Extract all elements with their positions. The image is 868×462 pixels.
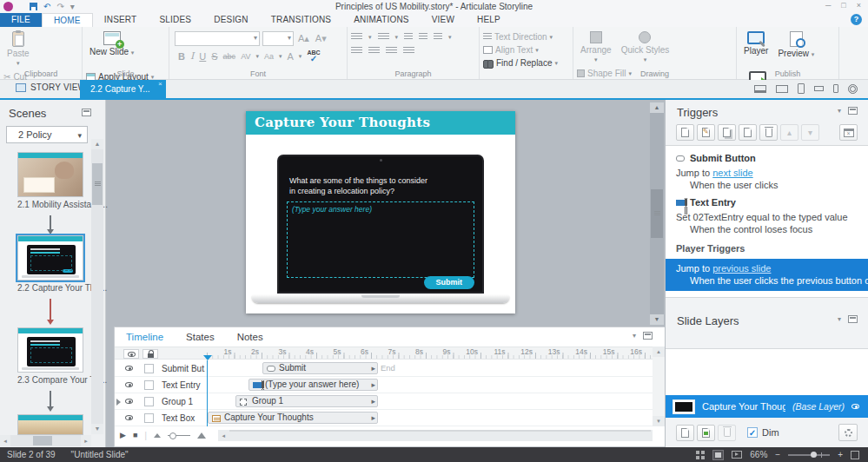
help-icon[interactable]: ? xyxy=(851,14,862,25)
player-button[interactable]: Player xyxy=(740,30,772,69)
tab-help[interactable]: HELP xyxy=(466,13,512,27)
scroll-down-icon[interactable]: ▼ xyxy=(650,314,664,325)
tab-transitions[interactable]: TRANSITIONS xyxy=(260,13,342,27)
tab-animations[interactable]: ANIMATIONS xyxy=(342,13,420,27)
lock-checkbox[interactable] xyxy=(144,413,154,423)
align-justify-icon[interactable] xyxy=(403,47,414,55)
text-direction-button[interactable]: Text Direction▾ xyxy=(483,32,558,42)
next-slide-link[interactable]: next slide xyxy=(712,168,752,178)
eye-icon[interactable] xyxy=(125,399,133,404)
zoom-out-icon[interactable]: − xyxy=(775,450,780,459)
close-tab-icon[interactable]: × xyxy=(158,81,162,88)
zoom-in-timeline-icon[interactable] xyxy=(197,432,206,439)
eye-icon[interactable] xyxy=(125,382,133,387)
copy-trigger-button[interactable] xyxy=(718,124,736,141)
player-trigger-selected[interactable]: Jump to previous slide When the user cli… xyxy=(666,259,868,291)
slide-canvas[interactable]: Capture Your Thoughts What are some of t… xyxy=(106,100,665,327)
delete-layer-button[interactable] xyxy=(718,425,736,441)
scenes-collapse-icon[interactable] xyxy=(82,109,91,116)
tab-timeline[interactable]: Timeline xyxy=(126,332,163,346)
maximize-button[interactable]: □ xyxy=(841,1,845,10)
font-size-select[interactable] xyxy=(262,31,294,46)
grow-font-button[interactable]: A▴ xyxy=(296,33,311,44)
timeline-ruler[interactable]: 1s2s3s4s5s6s7s8s9s10s11s12s13s14s15s16s xyxy=(207,347,653,359)
underline-button[interactable]: U xyxy=(199,51,206,62)
find-replace-button[interactable]: Find / Replace▾ xyxy=(483,58,558,68)
change-case-button[interactable]: Aa xyxy=(264,52,274,61)
shrink-font-button[interactable]: A▾ xyxy=(314,33,328,44)
timeline-row-text-box[interactable]: Text Box Capture Your Thoughts xyxy=(115,410,653,426)
tablet-portrait-preview-icon[interactable] xyxy=(798,83,805,94)
timeline-bar-text-entry[interactable]: (Type your answer here) xyxy=(248,379,378,391)
show-all-eye-icon[interactable] xyxy=(123,349,139,359)
delete-trigger-button[interactable] xyxy=(759,124,778,141)
align-left-icon[interactable] xyxy=(351,47,362,55)
lock-checkbox[interactable] xyxy=(144,397,154,406)
trigger-object-submit-button[interactable]: Submit Button xyxy=(666,146,868,165)
new-slide-button[interactable]: New Slide ▾ xyxy=(86,30,137,69)
slide-view-toggle-icon[interactable] xyxy=(712,450,724,460)
timeline-bar-submit[interactable]: Submit xyxy=(262,362,378,374)
trigger-action[interactable]: Set 02TextEntry equal to the typed value xyxy=(666,209,868,222)
base-layer-row[interactable]: Capture Your Thoughts (Base Layer) xyxy=(666,395,868,418)
timeline-row-group-1[interactable]: Group 1 Group 1 xyxy=(115,393,653,410)
tab-home[interactable]: HOME xyxy=(42,13,93,27)
lock-checkbox[interactable] xyxy=(144,380,154,390)
layer-settings-gear-icon[interactable] xyxy=(838,424,858,441)
arrange-button[interactable]: Arrange▾ xyxy=(577,30,615,66)
timeline-menu-caret-icon[interactable]: ▾ xyxy=(633,332,636,340)
spellcheck-button[interactable]: ABC✓ xyxy=(307,50,320,63)
layer-eye-icon[interactable] xyxy=(851,404,859,409)
scroll-up-icon[interactable]: ▲ xyxy=(91,139,103,149)
timeline-collapse-icon[interactable] xyxy=(643,332,653,340)
triggers-menu-caret-icon[interactable]: ▾ xyxy=(838,107,841,115)
align-right-icon[interactable] xyxy=(386,47,397,55)
canvas-vertical-scrollbar[interactable]: ▲ ▼ xyxy=(650,102,664,325)
duplicate-layer-button[interactable] xyxy=(697,425,715,441)
eye-icon[interactable] xyxy=(125,415,133,420)
expand-group-icon[interactable] xyxy=(116,399,121,406)
slide-thumbnail-2-2[interactable]: 2.2 Capture Your Tho... xyxy=(17,235,83,293)
tab-insert[interactable]: INSERT xyxy=(93,13,149,27)
story-view-tab[interactable]: STORY VIEW xyxy=(16,82,86,92)
align-text-button[interactable]: Align Text▾ xyxy=(483,45,558,55)
tab-view[interactable]: VIEW xyxy=(421,13,466,27)
scroll-left-icon[interactable]: ◂ xyxy=(218,430,229,441)
scenes-vertical-scrollbar[interactable]: ▲ ▼ xyxy=(91,139,103,434)
tablet-landscape-preview-icon[interactable] xyxy=(814,86,824,91)
slide-thumbnail-partial[interactable] xyxy=(17,414,83,435)
laptop-graphic[interactable]: What are some of the things to consider … xyxy=(277,155,484,294)
strikethrough-button[interactable]: S xyxy=(211,51,217,62)
scroll-right-icon[interactable]: ▸ xyxy=(81,435,91,446)
move-trigger-down-button[interactable]: ▾ xyxy=(801,124,819,141)
preview-button[interactable]: Preview ▾ xyxy=(774,30,818,69)
zoom-in-icon[interactable]: + xyxy=(838,450,843,459)
slide-tab-active[interactable]: 2.2 Capture Y... × xyxy=(80,80,166,98)
scroll-down-icon[interactable]: ▼ xyxy=(653,416,665,426)
slide-title-band[interactable]: Capture Your Thoughts xyxy=(246,111,515,135)
scene-selector-dropdown[interactable]: 2 Policy xyxy=(6,126,88,143)
dim-checkbox[interactable]: ✓ xyxy=(747,427,758,438)
tab-design[interactable]: DESIGN xyxy=(202,13,260,27)
text-entry-field[interactable]: (Type your answer here) xyxy=(287,201,474,278)
timeline-row-submit-button[interactable]: Submit But... Submit End xyxy=(115,360,653,377)
scroll-left-icon[interactable]: ◂ xyxy=(0,435,10,446)
timeline-zoom-slider[interactable] xyxy=(168,435,190,436)
outdent-icon[interactable] xyxy=(419,33,427,41)
previous-slide-link[interactable]: previous slide xyxy=(712,263,771,274)
zoom-out-timeline-icon[interactable] xyxy=(154,433,161,438)
font-family-select[interactable] xyxy=(175,31,260,46)
timeline-row-text-entry[interactable]: Text Entry (Type your answer here) xyxy=(115,377,653,393)
clear-format-button[interactable]: abc xyxy=(223,52,236,61)
timeline-horizontal-scrollbar[interactable]: ◂ xyxy=(218,430,653,441)
close-button[interactable]: × xyxy=(857,1,861,10)
preview-toggle-icon[interactable] xyxy=(732,451,742,459)
submit-button[interactable]: Submit xyxy=(424,276,475,289)
move-trigger-up-button[interactable]: ▴ xyxy=(780,124,798,141)
scroll-down-icon[interactable]: ▼ xyxy=(91,424,103,434)
paste-button[interactable]: Paste▾ xyxy=(3,30,33,69)
eye-icon[interactable] xyxy=(125,366,133,371)
edit-trigger-button[interactable] xyxy=(697,124,715,141)
trigger-action[interactable]: Jump to next slide xyxy=(666,165,868,178)
layers-collapse-icon[interactable] xyxy=(848,315,858,323)
